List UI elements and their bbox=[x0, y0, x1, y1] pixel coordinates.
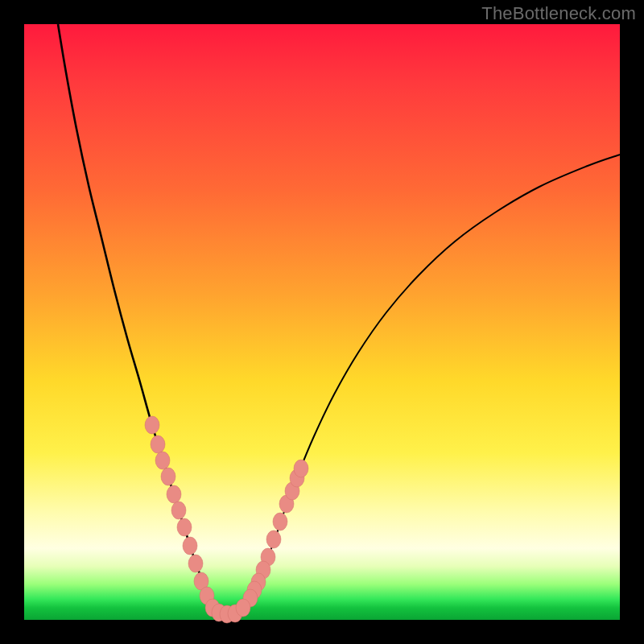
dot-left-2 bbox=[155, 452, 170, 469]
dot-bottom-4 bbox=[236, 599, 250, 617]
dot-left-6 bbox=[177, 518, 192, 536]
dot-left-5 bbox=[171, 502, 186, 519]
dot-left-3 bbox=[161, 468, 175, 485]
dot-left-4 bbox=[167, 485, 181, 503]
dots-group bbox=[145, 416, 308, 623]
dot-right-5 bbox=[266, 530, 281, 548]
watermark-text: TheBottleneck.com bbox=[481, 3, 636, 24]
dot-right-10 bbox=[294, 460, 308, 477]
dot-left-0 bbox=[145, 416, 159, 434]
dot-left-7 bbox=[183, 537, 197, 555]
outer-frame: TheBottleneck.com bbox=[0, 0, 644, 644]
curve-left-branch bbox=[58, 24, 229, 614]
curve-group bbox=[58, 24, 620, 614]
chart-svg bbox=[24, 24, 620, 620]
plot-area bbox=[24, 24, 620, 620]
dot-left-1 bbox=[151, 436, 165, 453]
curve-right-branch bbox=[229, 155, 620, 614]
dot-right-6 bbox=[273, 513, 287, 530]
dot-left-8 bbox=[188, 555, 203, 572]
